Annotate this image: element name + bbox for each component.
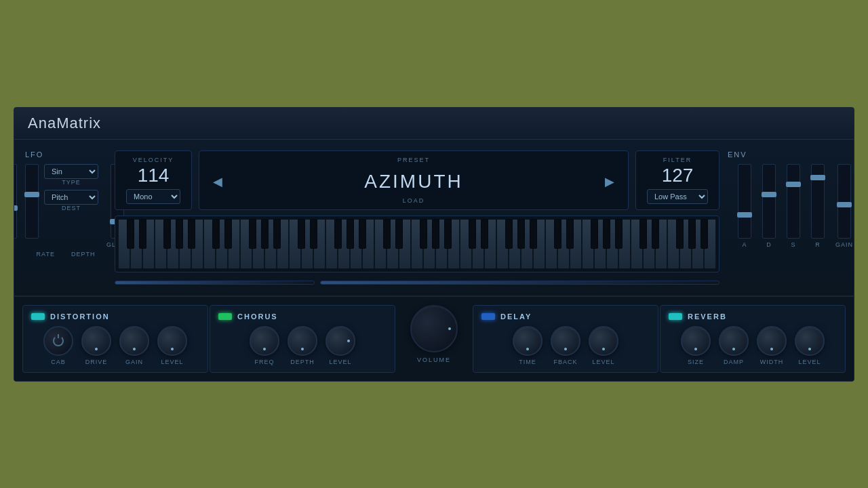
reverb-size-knob[interactable] [681, 326, 711, 356]
black-key[interactable] [224, 219, 232, 249]
black-key[interactable] [273, 219, 281, 249]
black-key[interactable] [420, 219, 427, 249]
black-key[interactable] [188, 219, 195, 249]
velocity-mode-select[interactable]: Mono Poly [126, 189, 180, 204]
black-key[interactable] [639, 219, 647, 249]
scrollbar-right[interactable] [320, 281, 719, 285]
distortion-level-knob-wrap: LEVEL [157, 326, 187, 365]
black-key[interactable] [139, 219, 146, 249]
filter-type-select[interactable]: Low Pass High Pass Band Pass [647, 189, 708, 204]
reverb-led[interactable] [669, 313, 682, 320]
preset-prev-button[interactable]: ◀ [208, 171, 228, 192]
reverb-width-knob[interactable] [757, 326, 787, 356]
preset-load-label: LOAD [403, 197, 425, 204]
black-key[interactable] [359, 219, 366, 249]
drive-knob-dot [95, 348, 98, 350]
lfo-depth-slider[interactable] [25, 164, 39, 239]
black-key[interactable] [383, 219, 391, 249]
black-key[interactable] [261, 219, 269, 249]
black-key[interactable] [505, 219, 513, 249]
black-key[interactable] [432, 219, 439, 249]
black-key[interactable] [469, 219, 476, 249]
black-key[interactable] [481, 219, 488, 249]
delay-fback-dot [564, 348, 567, 350]
black-key[interactable] [310, 219, 317, 249]
black-key[interactable] [517, 219, 525, 249]
scrollbar-left[interactable] [115, 281, 315, 285]
black-key[interactable] [249, 219, 256, 249]
black-key[interactable] [615, 219, 623, 249]
env-gain-label: GAIN [835, 241, 853, 248]
velocity-box: VELOCITY 114 Mono Poly [115, 150, 192, 210]
black-key[interactable] [701, 219, 708, 249]
env-s-container: S [787, 164, 800, 248]
cab-knob-wrap: CAB [43, 326, 73, 365]
reverb-title: REVERB [688, 312, 727, 321]
env-r-slider[interactable] [811, 164, 825, 239]
delay-time-label: TIME [519, 359, 536, 365]
env-s-slider[interactable] [787, 164, 800, 239]
black-key[interactable] [554, 219, 561, 249]
lfo-depth-container [25, 164, 39, 239]
black-key[interactable] [127, 219, 134, 249]
reverb-size-label: SIZE [688, 359, 704, 365]
delay-level-knob[interactable] [589, 326, 618, 356]
black-key[interactable] [688, 219, 696, 249]
reverb-damp-knob[interactable] [719, 326, 749, 356]
black-key[interactable] [652, 219, 659, 249]
lfo-rate-slider[interactable] [14, 164, 17, 239]
black-key[interactable] [176, 219, 183, 249]
scrollbar-row [115, 281, 719, 285]
delay-time-knob[interactable] [513, 326, 542, 356]
black-key[interactable] [334, 219, 342, 249]
piano-keyboard[interactable] [118, 219, 716, 269]
distortion-title: DISTORTION [50, 312, 110, 321]
reverb-level-knob[interactable] [795, 326, 825, 356]
black-key[interactable] [530, 219, 537, 249]
delay-level-dot [602, 348, 605, 350]
chorus-depth-knob[interactable] [288, 326, 317, 356]
black-key[interactable] [163, 219, 171, 249]
cab-label: CAB [51, 359, 66, 365]
chorus-led[interactable] [218, 313, 232, 320]
env-a-slider[interactable] [738, 164, 751, 239]
reverb-width-label: WIDTH [760, 359, 784, 365]
black-key[interactable] [347, 219, 354, 249]
lfo-dest-select[interactable]: Pitch Filter Volume [44, 190, 98, 205]
chorus-header: CHORUS [218, 312, 387, 321]
effects-section: DISTORTION CAB DRIVE [14, 296, 854, 381]
black-key[interactable] [603, 219, 610, 249]
env-gain-slider[interactable] [837, 164, 851, 239]
lfo-type-select[interactable]: Sin Tri Saw Sq [44, 164, 98, 179]
plugin-window: AnaMatrix LFO Sin [14, 107, 854, 382]
chorus-freq-knob[interactable] [250, 326, 279, 356]
delay-time-dot [526, 348, 529, 350]
distortion-gain-knob[interactable] [119, 326, 149, 356]
preset-next-button[interactable]: ▶ [599, 171, 620, 192]
black-key[interactable] [395, 219, 403, 249]
env-s-label: S [791, 241, 795, 248]
black-key[interactable] [212, 219, 220, 249]
velocity-value: 114 [138, 166, 170, 185]
black-key[interactable] [591, 219, 598, 249]
distortion-led[interactable] [31, 313, 45, 320]
distortion-level-knob[interactable] [157, 326, 187, 356]
black-key[interactable] [566, 219, 574, 249]
power-icon [53, 336, 64, 346]
volume-knob[interactable] [410, 305, 458, 352]
delay-led[interactable] [481, 313, 495, 320]
env-d-slider[interactable] [762, 164, 776, 239]
lfo-rate-container [14, 164, 17, 239]
delay-level-knob-wrap: LEVEL [589, 326, 618, 365]
cab-knob[interactable] [43, 326, 73, 356]
black-key[interactable] [298, 219, 305, 249]
env-sliders: A D S R GAIN [738, 164, 853, 248]
chorus-level-knob[interactable] [326, 326, 355, 356]
lfo-dest-label: DEST [44, 205, 98, 211]
drive-knob[interactable] [81, 326, 111, 356]
black-key[interactable] [444, 219, 452, 249]
chorus-level-label: LEVEL [329, 359, 351, 365]
black-key[interactable] [676, 219, 684, 249]
delay-fback-knob[interactable] [551, 326, 580, 356]
chorus-level-dot [347, 340, 350, 342]
